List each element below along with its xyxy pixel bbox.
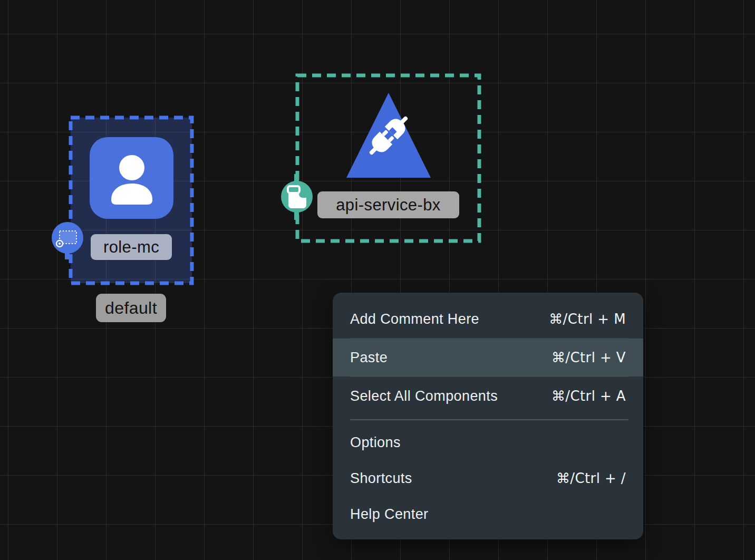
group-label[interactable]: default xyxy=(96,294,166,322)
menu-item-label: Help Center xyxy=(350,506,428,523)
context-menu: Add Comment Here ⌘/Ctrl + M Paste ⌘/Ctrl… xyxy=(333,293,643,539)
user-icon xyxy=(100,147,163,210)
api-node-label[interactable]: api-service-bx xyxy=(317,191,459,218)
save-icon xyxy=(281,181,313,213)
role-node-label-text: role-mc xyxy=(103,238,159,257)
role-selection-badge[interactable] xyxy=(52,222,83,254)
menu-item-shortcut: ⌘/Ctrl + / xyxy=(556,470,626,486)
group-label-text: default xyxy=(105,298,157,318)
menu-item-label: Add Comment Here xyxy=(350,311,479,327)
menu-item-shortcut: ⌘/Ctrl + V xyxy=(551,350,626,365)
menu-item-shortcut: ⌘/Ctrl + A xyxy=(551,388,626,404)
api-save-badge[interactable] xyxy=(281,181,313,213)
menu-item-label: Shortcuts xyxy=(350,470,412,487)
api-badge-stem-bottom xyxy=(294,211,299,220)
plug-icon xyxy=(362,109,415,162)
role-node[interactable] xyxy=(90,137,173,219)
menu-item-label: Options xyxy=(350,435,401,451)
menu-item-paste[interactable]: Paste ⌘/Ctrl + V xyxy=(333,339,643,376)
menu-item-help-center[interactable]: Help Center xyxy=(333,496,643,532)
menu-item-shortcuts[interactable]: Shortcuts ⌘/Ctrl + / xyxy=(333,460,643,496)
role-node-label[interactable]: role-mc xyxy=(91,234,172,260)
menu-item-add-comment[interactable]: Add Comment Here ⌘/Ctrl + M xyxy=(333,300,643,338)
menu-item-select-all-components[interactable]: Select All Components ⌘/Ctrl + A xyxy=(333,377,643,415)
menu-item-label: Paste xyxy=(350,350,388,366)
marquee-selection-icon xyxy=(52,222,83,254)
menu-item-label: Select All Components xyxy=(350,388,498,404)
diagram-canvas[interactable]: { "canvas": { "background": "#141414", "… xyxy=(0,0,755,560)
menu-divider xyxy=(350,419,628,420)
menu-item-options[interactable]: Options xyxy=(333,424,643,460)
menu-item-shortcut: ⌘/Ctrl + M xyxy=(549,311,626,327)
api-node-label-text: api-service-bx xyxy=(336,196,441,215)
